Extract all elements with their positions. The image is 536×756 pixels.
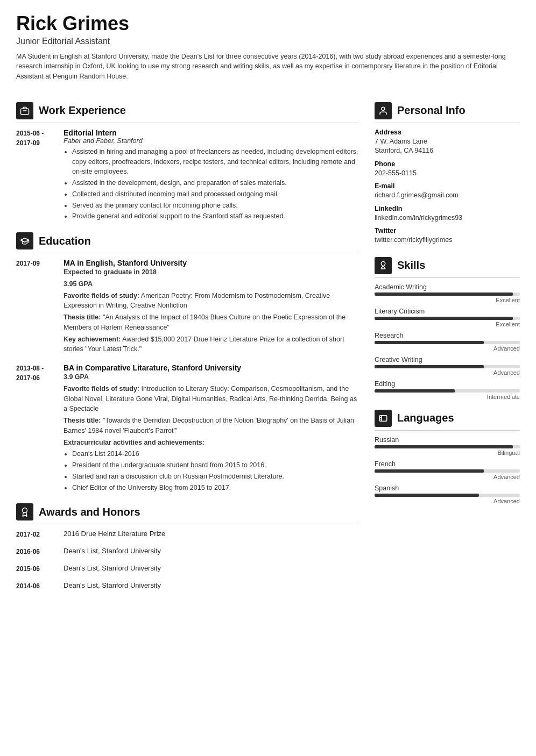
bullet: Assisted in hiring and managing a pool o…: [72, 147, 358, 177]
lang-bar-fill-0: [375, 445, 513, 448]
candidate-summary: MA Student in English at Stanford Univer…: [16, 52, 520, 82]
skill-item-1: Literary Criticism Excellent: [375, 308, 520, 327]
personal-email: E-mail richard.f.grimes@gmail.com: [375, 182, 520, 201]
bullet: Dean's List 2014-2016: [72, 449, 358, 459]
skill-bar-3: [375, 365, 520, 368]
languages-title: Languages: [397, 412, 454, 424]
award-date-1: 2016-06: [16, 547, 55, 557]
lang-name-1: French: [375, 460, 520, 468]
bullet: Served as the primary contact for incomi…: [72, 201, 358, 211]
lang-item-0: Russian Bilingual: [375, 436, 520, 456]
personal-info-title: Personal Info: [397, 104, 466, 117]
personal-phone: Phone 202-555-0115: [375, 160, 520, 179]
svg-rect-0: [21, 109, 29, 115]
skill-item-0: Academic Writing Excellent: [375, 283, 520, 303]
skill-name-3: Creative Writing: [375, 356, 520, 363]
bullet: Provide general and editorial support to…: [72, 211, 358, 222]
award-desc-2: Dean's List, Stanford University: [64, 564, 161, 572]
lang-bar-fill-1: [375, 469, 484, 473]
award-date-2: 2015-06: [16, 564, 55, 574]
skill-level-1: Excellent: [375, 321, 520, 327]
bullet: Started and ran a discussion club on Rus…: [72, 472, 358, 482]
edu-degree-1: BA in Comparative Litarature, Stanford U…: [64, 363, 358, 372]
education-title: Education: [39, 235, 91, 247]
award-entry-0: 2017-02 2016 Drue Heinz Literature Prize: [16, 530, 358, 539]
skill-item-4: Editing Intermediate: [375, 380, 520, 400]
edu-date-1: 2013-08 -2017-06: [16, 363, 55, 494]
award-entry-2: 2015-06 Dean's List, Stanford University: [16, 564, 358, 574]
lang-level-2: Advanced: [375, 498, 520, 504]
skill-level-4: Intermediate: [375, 394, 520, 400]
award-entry-3: 2014-06 Dean's List, Stanford University: [16, 581, 358, 591]
edu-date-0: 2017-09: [16, 259, 55, 356]
skill-bar-1: [375, 317, 520, 320]
skills-list: Academic Writing Excellent Literary Crit…: [375, 283, 520, 400]
skill-name-4: Editing: [375, 380, 520, 388]
award-entry-1: 2016-06 Dean's List, Stanford University: [16, 547, 358, 557]
award-date-0: 2017-02: [16, 530, 55, 539]
awards-header: Awards and Honors: [16, 503, 358, 520]
skill-level-2: Advanced: [375, 345, 520, 352]
work-entry-title-0: Editorial Intern: [64, 129, 358, 137]
personal-address: Address 7 W. Adams LaneStanford, CA 9411…: [375, 129, 520, 156]
languages-list: Russian Bilingual French Advanced Spanis…: [375, 436, 520, 504]
languages-icon: [375, 410, 392, 427]
work-experience-title: Work Experience: [39, 104, 126, 117]
lang-bar-fill-2: [375, 494, 479, 497]
bullet: President of the undergraduate student b…: [72, 460, 358, 470]
edu-gpa-1: 3.9 GPA: [64, 373, 89, 381]
lang-name-0: Russian: [375, 436, 520, 444]
skill-bar-fill-2: [375, 341, 484, 344]
work-entry-0: 2015-06 -2017-09 Editorial Intern Faber …: [16, 129, 358, 223]
personal-info-header: Personal Info: [375, 102, 520, 119]
awards-title: Awards and Honors: [39, 506, 140, 518]
skill-name-1: Literary Criticism: [375, 308, 520, 315]
skill-bar-0: [375, 293, 520, 296]
skill-item-3: Creative Writing Advanced: [375, 356, 520, 376]
bullet: Collected and distributed incoming mail …: [72, 189, 358, 199]
edu-ff-label-0: Favorite fields of study:: [64, 292, 139, 299]
edu-extracurricular-bullets-1: Dean's List 2014-2016 President of the u…: [64, 449, 358, 493]
candidate-name: Rick Grimes: [16, 13, 520, 34]
svg-rect-5: [379, 416, 387, 422]
work-experience-header: Work Experience: [16, 102, 358, 119]
work-experience-icon: [16, 102, 33, 119]
skill-bar-fill-0: [375, 293, 513, 296]
skill-bar-fill-4: [375, 389, 455, 393]
lang-item-2: Spanish Advanced: [375, 484, 520, 504]
skill-bar-fill-1: [375, 317, 513, 320]
skill-bar-4: [375, 389, 520, 393]
lang-level-0: Bilingual: [375, 450, 520, 456]
award-desc-3: Dean's List, Stanford University: [64, 581, 161, 589]
lang-item-1: French Advanced: [375, 460, 520, 480]
personal-linkedin: LinkedIn linkedin.com/in/rickygrimes93: [375, 205, 520, 223]
lang-name-2: Spanish: [375, 484, 520, 492]
edu-extracurricular-label-1: Extracurricular activities and achieveme…: [64, 439, 204, 446]
skill-level-3: Advanced: [375, 369, 520, 376]
edu-degree-0: MA in English, Stanford University: [64, 259, 358, 267]
education-icon: [16, 232, 33, 249]
skills-header: Skills: [375, 257, 520, 274]
lang-bar-2: [375, 494, 520, 497]
svg-point-4: [382, 107, 385, 110]
skill-bar-fill-3: [375, 365, 484, 368]
lang-bar-0: [375, 445, 520, 448]
work-entry-date-0: 2015-06 -2017-09: [16, 129, 55, 223]
lang-level-1: Advanced: [375, 474, 520, 480]
edu-achievement-label-0: Key achievement:: [64, 336, 121, 343]
edu-thesis-label-1: Thesis title:: [64, 417, 101, 424]
candidate-title: Junior Editorial Assistant: [16, 37, 520, 46]
skill-name-0: Academic Writing: [375, 283, 520, 291]
edu-ff-label-1: Favorite fields of study:: [64, 385, 139, 393]
skill-bar-2: [375, 341, 520, 344]
work-entry-bullets-0: Assisted in hiring and managing a pool o…: [64, 147, 358, 222]
languages-header: Languages: [375, 410, 520, 427]
bullet: Assisted in the development, design, and…: [72, 178, 358, 188]
award-desc-0: 2016 Drue Heinz Literature Prize: [64, 530, 165, 538]
skill-item-2: Research Advanced: [375, 332, 520, 352]
award-date-3: 2014-06: [16, 581, 55, 591]
skills-title: Skills: [397, 259, 425, 272]
personal-twitter: Twitter twitter.com/rickyfillygrimes: [375, 227, 520, 245]
skill-level-0: Excellent: [375, 297, 520, 303]
edu-thesis-value-1: "Towards the Derridian Decostruction of …: [64, 417, 354, 434]
